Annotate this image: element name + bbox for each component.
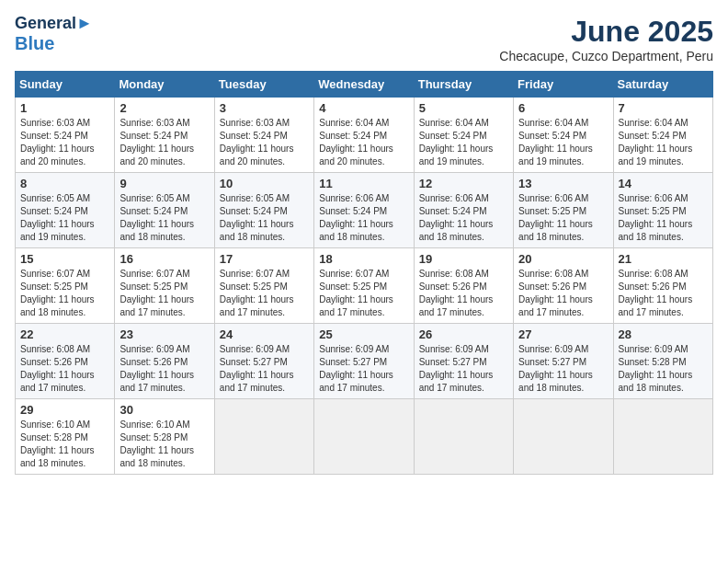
day-number: 23 xyxy=(119,327,209,341)
calendar-week-row: 1 Sunrise: 6:03 AMSunset: 5:24 PMDayligh… xyxy=(16,98,713,173)
calendar-cell: 20 Sunrise: 6:08 AMSunset: 5:26 PMDaylig… xyxy=(514,248,613,324)
day-number: 3 xyxy=(220,101,309,115)
day-number: 19 xyxy=(419,252,508,266)
calendar-cell: 23 Sunrise: 6:09 AMSunset: 5:26 PMDaylig… xyxy=(115,324,214,399)
weekday-header-wednesday: Wednesday xyxy=(314,72,414,98)
weekday-header-friday: Friday xyxy=(514,72,613,98)
calendar-cell: 22 Sunrise: 6:08 AMSunset: 5:26 PMDaylig… xyxy=(16,324,115,399)
day-info: Sunrise: 6:07 AMSunset: 5:25 PMDaylight:… xyxy=(119,269,194,317)
day-info: Sunrise: 6:09 AMSunset: 5:27 PMDaylight:… xyxy=(319,344,393,393)
calendar-cell: 18 Sunrise: 6:07 AMSunset: 5:25 PMDaylig… xyxy=(314,248,414,324)
day-number: 25 xyxy=(319,327,408,341)
day-info: Sunrise: 6:09 AMSunset: 5:26 PMDaylight:… xyxy=(119,344,194,393)
calendar-cell: 7 Sunrise: 6:04 AMSunset: 5:24 PMDayligh… xyxy=(613,98,712,173)
location-title: Checacupe, Cuzco Department, Peru xyxy=(499,49,713,63)
logo: General► Blue xyxy=(15,15,93,53)
day-number: 1 xyxy=(20,101,109,115)
day-number: 16 xyxy=(119,252,209,266)
day-number: 5 xyxy=(419,101,508,115)
day-number: 22 xyxy=(20,327,109,341)
calendar-cell: 11 Sunrise: 6:06 AMSunset: 5:24 PMDaylig… xyxy=(314,173,414,248)
weekday-header-monday: Monday xyxy=(115,72,214,98)
day-number: 21 xyxy=(619,252,708,266)
day-info: Sunrise: 6:08 AMSunset: 5:26 PMDaylight:… xyxy=(419,269,494,317)
day-number: 18 xyxy=(319,252,408,266)
calendar-cell: 2 Sunrise: 6:03 AMSunset: 5:24 PMDayligh… xyxy=(115,98,214,173)
logo-text: General► xyxy=(15,15,93,33)
day-info: Sunrise: 6:08 AMSunset: 5:26 PMDaylight:… xyxy=(20,344,95,393)
calendar-cell: 1 Sunrise: 6:03 AMSunset: 5:24 PMDayligh… xyxy=(16,98,115,173)
day-info: Sunrise: 6:05 AMSunset: 5:24 PMDaylight:… xyxy=(220,193,294,242)
weekday-header-thursday: Thursday xyxy=(414,72,513,98)
calendar-cell: 28 Sunrise: 6:09 AMSunset: 5:28 PMDaylig… xyxy=(613,324,712,399)
page-header: General► Blue June 2025 Checacupe, Cuzco… xyxy=(15,15,713,63)
calendar-cell: 5 Sunrise: 6:04 AMSunset: 5:24 PMDayligh… xyxy=(414,98,513,173)
calendar-cell xyxy=(514,399,613,475)
calendar-cell: 3 Sunrise: 6:03 AMSunset: 5:24 PMDayligh… xyxy=(214,98,313,173)
day-number: 30 xyxy=(119,403,209,417)
calendar-cell: 19 Sunrise: 6:08 AMSunset: 5:26 PMDaylig… xyxy=(414,248,513,324)
day-info: Sunrise: 6:07 AMSunset: 5:25 PMDaylight:… xyxy=(20,269,95,317)
day-info: Sunrise: 6:06 AMSunset: 5:25 PMDaylight:… xyxy=(518,193,593,242)
day-info: Sunrise: 6:03 AMSunset: 5:24 PMDaylight:… xyxy=(220,118,294,167)
calendar-cell xyxy=(613,399,712,475)
day-info: Sunrise: 6:03 AMSunset: 5:24 PMDaylight:… xyxy=(119,118,194,167)
day-info: Sunrise: 6:05 AMSunset: 5:24 PMDaylight:… xyxy=(20,193,95,242)
calendar-cell xyxy=(314,399,414,475)
logo-blue: Blue xyxy=(15,33,54,53)
day-info: Sunrise: 6:10 AMSunset: 5:28 PMDaylight:… xyxy=(119,419,194,468)
day-info: Sunrise: 6:06 AMSunset: 5:24 PMDaylight:… xyxy=(419,193,494,242)
calendar-cell: 24 Sunrise: 6:09 AMSunset: 5:27 PMDaylig… xyxy=(214,324,313,399)
calendar-cell: 21 Sunrise: 6:08 AMSunset: 5:26 PMDaylig… xyxy=(613,248,712,324)
calendar-cell xyxy=(214,399,313,475)
calendar-cell: 6 Sunrise: 6:04 AMSunset: 5:24 PMDayligh… xyxy=(514,98,613,173)
calendar-cell: 26 Sunrise: 6:09 AMSunset: 5:27 PMDaylig… xyxy=(414,324,513,399)
day-number: 11 xyxy=(319,177,408,190)
day-number: 12 xyxy=(419,177,508,190)
day-info: Sunrise: 6:09 AMSunset: 5:28 PMDaylight:… xyxy=(619,344,693,393)
day-number: 8 xyxy=(20,177,109,190)
day-info: Sunrise: 6:04 AMSunset: 5:24 PMDaylight:… xyxy=(319,118,393,167)
day-number: 10 xyxy=(220,177,309,190)
day-info: Sunrise: 6:03 AMSunset: 5:24 PMDaylight:… xyxy=(20,118,95,167)
calendar-cell: 27 Sunrise: 6:09 AMSunset: 5:27 PMDaylig… xyxy=(514,324,613,399)
calendar-cell: 30 Sunrise: 6:10 AMSunset: 5:28 PMDaylig… xyxy=(115,399,214,475)
day-info: Sunrise: 6:06 AMSunset: 5:24 PMDaylight:… xyxy=(319,193,393,242)
weekday-header-row: SundayMondayTuesdayWednesdayThursdayFrid… xyxy=(16,72,713,98)
day-number: 28 xyxy=(619,327,708,341)
calendar-cell: 15 Sunrise: 6:07 AMSunset: 5:25 PMDaylig… xyxy=(16,248,115,324)
weekday-header-sunday: Sunday xyxy=(16,72,115,98)
day-number: 15 xyxy=(20,252,109,266)
weekday-header-tuesday: Tuesday xyxy=(214,72,313,98)
day-info: Sunrise: 6:09 AMSunset: 5:27 PMDaylight:… xyxy=(419,344,494,393)
day-info: Sunrise: 6:09 AMSunset: 5:27 PMDaylight:… xyxy=(518,344,593,393)
day-number: 7 xyxy=(619,101,708,115)
day-info: Sunrise: 6:04 AMSunset: 5:24 PMDaylight:… xyxy=(518,118,593,167)
calendar-cell: 14 Sunrise: 6:06 AMSunset: 5:25 PMDaylig… xyxy=(613,173,712,248)
day-number: 26 xyxy=(419,327,508,341)
calendar-cell: 16 Sunrise: 6:07 AMSunset: 5:25 PMDaylig… xyxy=(115,248,214,324)
day-number: 20 xyxy=(518,252,608,266)
calendar-cell: 4 Sunrise: 6:04 AMSunset: 5:24 PMDayligh… xyxy=(314,98,414,173)
day-info: Sunrise: 6:04 AMSunset: 5:24 PMDaylight:… xyxy=(419,118,494,167)
month-title: June 2025 xyxy=(499,15,713,49)
day-info: Sunrise: 6:06 AMSunset: 5:25 PMDaylight:… xyxy=(619,193,693,242)
day-number: 29 xyxy=(20,403,109,417)
calendar-week-row: 8 Sunrise: 6:05 AMSunset: 5:24 PMDayligh… xyxy=(16,173,713,248)
calendar-week-row: 29 Sunrise: 6:10 AMSunset: 5:28 PMDaylig… xyxy=(16,399,713,475)
day-info: Sunrise: 6:07 AMSunset: 5:25 PMDaylight:… xyxy=(220,269,294,317)
calendar-cell: 12 Sunrise: 6:06 AMSunset: 5:24 PMDaylig… xyxy=(414,173,513,248)
calendar-week-row: 22 Sunrise: 6:08 AMSunset: 5:26 PMDaylig… xyxy=(16,324,713,399)
calendar-cell: 25 Sunrise: 6:09 AMSunset: 5:27 PMDaylig… xyxy=(314,324,414,399)
calendar-week-row: 15 Sunrise: 6:07 AMSunset: 5:25 PMDaylig… xyxy=(16,248,713,324)
day-info: Sunrise: 6:10 AMSunset: 5:28 PMDaylight:… xyxy=(20,419,95,468)
day-info: Sunrise: 6:08 AMSunset: 5:26 PMDaylight:… xyxy=(518,269,593,317)
day-number: 4 xyxy=(319,101,408,115)
title-block: June 2025 Checacupe, Cuzco Department, P… xyxy=(499,15,713,63)
calendar-cell: 13 Sunrise: 6:06 AMSunset: 5:25 PMDaylig… xyxy=(514,173,613,248)
day-info: Sunrise: 6:05 AMSunset: 5:24 PMDaylight:… xyxy=(119,193,194,242)
calendar-cell: 10 Sunrise: 6:05 AMSunset: 5:24 PMDaylig… xyxy=(214,173,313,248)
calendar-cell: 8 Sunrise: 6:05 AMSunset: 5:24 PMDayligh… xyxy=(16,173,115,248)
calendar-cell: 17 Sunrise: 6:07 AMSunset: 5:25 PMDaylig… xyxy=(214,248,313,324)
day-number: 27 xyxy=(518,327,608,341)
